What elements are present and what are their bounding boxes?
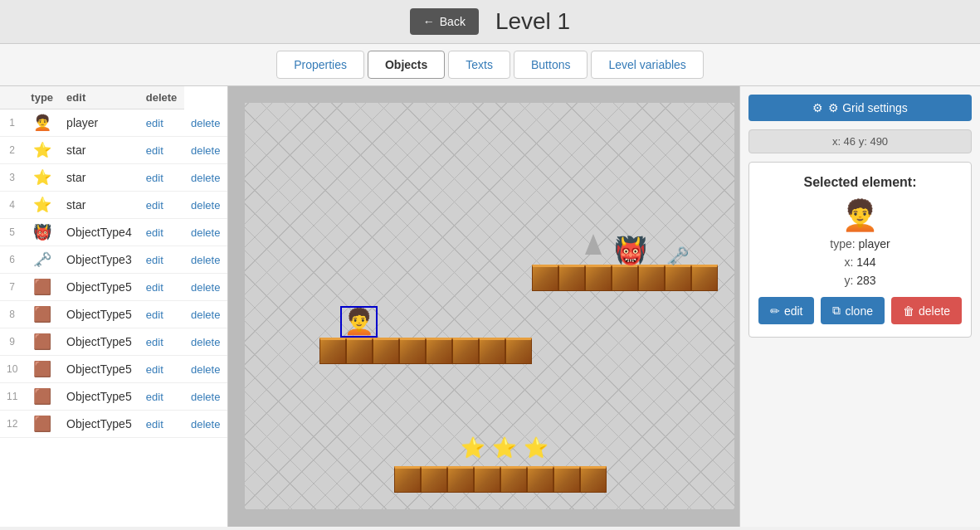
table-row: 1 🧑‍🦱 player edit delete xyxy=(0,109,227,137)
delete-link[interactable]: delete xyxy=(191,117,220,129)
obj-edit-cell[interactable]: edit xyxy=(139,383,184,411)
obj-edit-cell[interactable]: edit xyxy=(139,301,184,328)
obj-edit-cell[interactable]: edit xyxy=(139,356,184,383)
delete-link[interactable]: delete xyxy=(191,336,220,348)
delete-link[interactable]: delete xyxy=(191,226,220,239)
obj-delete-cell[interactable]: delete xyxy=(184,328,227,356)
obj-icon-cell: ⭐ xyxy=(24,192,60,219)
tab-level-variables[interactable]: Level variables xyxy=(591,51,703,79)
y-label: y: xyxy=(844,274,853,287)
delete-btn-label: delete xyxy=(919,304,950,318)
obj-delete-cell[interactable]: delete xyxy=(184,411,227,438)
block xyxy=(665,265,691,291)
clone-selected-button[interactable]: ⧉ clone xyxy=(821,297,884,324)
delete-link[interactable]: delete xyxy=(191,199,220,212)
edit-link[interactable]: edit xyxy=(146,144,163,157)
object-icon: ⭐ xyxy=(33,197,51,213)
row-number: 4 xyxy=(0,192,24,219)
table-row: 7 🟫 ObjectType5 edit delete xyxy=(0,274,227,301)
platform-top-right xyxy=(532,265,718,291)
obj-type-cell: ObjectType5 xyxy=(60,356,139,383)
delete-link[interactable]: delete xyxy=(191,172,220,184)
obj-delete-cell[interactable]: delete xyxy=(184,164,227,192)
enemy-sprite: 👹 xyxy=(614,237,647,264)
edit-link[interactable]: edit xyxy=(146,199,163,212)
obj-edit-cell[interactable]: edit xyxy=(139,411,184,438)
row-number: 5 xyxy=(0,219,24,246)
obj-edit-cell[interactable]: edit xyxy=(139,109,184,137)
edit-link[interactable]: edit xyxy=(146,309,163,321)
delete-link[interactable]: delete xyxy=(191,281,220,294)
obj-delete-cell[interactable]: delete xyxy=(184,109,227,137)
player-selected[interactable]: 🧑‍🦱 xyxy=(340,306,378,338)
table-row: 6 🗝️ ObjectType3 edit delete xyxy=(0,246,227,274)
obj-icon-cell: 🗝️ xyxy=(24,246,60,274)
back-button[interactable]: ← Back xyxy=(410,8,479,35)
table-row: 10 🟫 ObjectType5 edit delete xyxy=(0,356,227,383)
stars-group: ⭐ ⭐ ⭐ xyxy=(461,436,549,459)
edit-link[interactable]: edit xyxy=(146,391,163,403)
edit-link[interactable]: edit xyxy=(146,418,163,430)
coords-display: x: 46 y: 490 xyxy=(748,129,972,153)
obj-type-cell: player xyxy=(60,109,139,137)
table-row: 9 🟫 ObjectType5 edit delete xyxy=(0,328,227,356)
obj-delete-cell[interactable]: delete xyxy=(184,219,227,246)
delete-link[interactable]: delete xyxy=(191,144,220,157)
tab-texts[interactable]: Texts xyxy=(448,51,510,79)
delete-link[interactable]: delete xyxy=(191,418,220,430)
object-icon: 🟫 xyxy=(33,388,51,405)
tab-buttons[interactable]: Buttons xyxy=(514,51,588,79)
object-list-panel: type edit delete 1 🧑‍🦱 player edit delet… xyxy=(0,86,228,527)
edit-selected-button[interactable]: ✏ edit xyxy=(758,297,815,324)
col-delete-header: delete xyxy=(139,86,184,109)
selected-x-info: x: 144 xyxy=(762,255,958,269)
obj-delete-cell[interactable]: delete xyxy=(184,274,227,301)
obj-icon-cell: 🟫 xyxy=(24,301,60,328)
edit-link[interactable]: edit xyxy=(146,336,163,348)
type-label: type: xyxy=(830,237,855,250)
block xyxy=(474,466,500,493)
game-canvas[interactable]: ⭐ ⭐ ⭐ 🧑‍🦱 xyxy=(245,103,734,509)
page-title: Level 1 xyxy=(495,8,570,35)
tab-properties[interactable]: Properties xyxy=(276,51,364,79)
obj-delete-cell[interactable]: delete xyxy=(184,246,227,274)
obj-edit-cell[interactable]: edit xyxy=(139,192,184,219)
delete-link[interactable]: delete xyxy=(191,363,220,376)
canvas-area[interactable]: ⭐ ⭐ ⭐ 🧑‍🦱 xyxy=(228,86,739,527)
edit-link[interactable]: edit xyxy=(146,254,163,266)
clone-icon: ⧉ xyxy=(832,304,841,318)
obj-edit-cell[interactable]: edit xyxy=(139,164,184,192)
delete-link[interactable]: delete xyxy=(191,254,220,266)
block xyxy=(394,466,421,493)
platform-mid-left xyxy=(319,338,532,364)
table-row: 5 👹 ObjectType4 edit delete xyxy=(0,219,227,246)
obj-edit-cell[interactable]: edit xyxy=(139,274,184,301)
block xyxy=(612,265,638,291)
spike-icon xyxy=(585,234,602,255)
obj-delete-cell[interactable]: delete xyxy=(184,301,227,328)
obj-icon-cell: 🟫 xyxy=(24,274,60,301)
obj-edit-cell[interactable]: edit xyxy=(139,328,184,356)
block xyxy=(532,265,558,291)
edit-link[interactable]: edit xyxy=(146,363,163,376)
obj-delete-cell[interactable]: delete xyxy=(184,137,227,164)
col-edit-header: edit xyxy=(60,86,139,109)
edit-link[interactable]: edit xyxy=(146,226,163,239)
grid-settings-button[interactable]: ⚙ ⚙ Grid settings xyxy=(748,95,972,121)
obj-delete-cell[interactable]: delete xyxy=(184,192,227,219)
edit-link[interactable]: edit xyxy=(146,117,163,129)
obj-type-cell: ObjectType5 xyxy=(60,328,139,356)
obj-delete-cell[interactable]: delete xyxy=(184,356,227,383)
edit-link[interactable]: edit xyxy=(146,172,163,184)
tab-objects[interactable]: Objects xyxy=(368,51,445,79)
block xyxy=(452,338,479,364)
delete-link[interactable]: delete xyxy=(191,391,220,403)
obj-edit-cell[interactable]: edit xyxy=(139,219,184,246)
delete-selected-button[interactable]: 🗑 delete xyxy=(891,297,962,324)
obj-edit-cell[interactable]: edit xyxy=(139,137,184,164)
obj-edit-cell[interactable]: edit xyxy=(139,246,184,274)
delete-link[interactable]: delete xyxy=(191,309,220,321)
edit-link[interactable]: edit xyxy=(146,281,163,294)
obj-delete-cell[interactable]: delete xyxy=(184,383,227,411)
key-sprite: 🗝️ xyxy=(666,246,689,267)
